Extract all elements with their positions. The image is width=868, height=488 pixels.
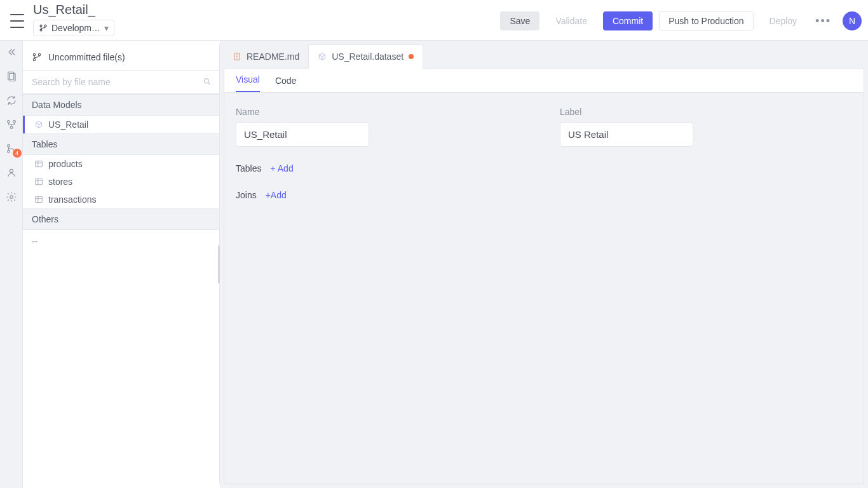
name-input[interactable] bbox=[236, 122, 369, 147]
section-others: Others bbox=[23, 208, 219, 230]
label-field-label: Label bbox=[560, 107, 693, 117]
search-icon bbox=[203, 77, 212, 88]
subtab-visual[interactable]: Visual bbox=[236, 68, 260, 92]
others-empty: -- bbox=[23, 230, 219, 253]
search-input[interactable] bbox=[23, 71, 219, 94]
table-item[interactable]: products bbox=[23, 155, 219, 173]
svg-point-9 bbox=[7, 151, 10, 153]
tab-readme[interactable]: README.md bbox=[224, 44, 308, 69]
svg-point-15 bbox=[204, 78, 208, 83]
table-item[interactable]: transactions bbox=[23, 191, 219, 208]
settings-icon[interactable] bbox=[5, 191, 18, 203]
tab-dataset[interactable]: US_Retail.dataset bbox=[308, 44, 423, 69]
project-title: Us_Retail_ bbox=[33, 3, 114, 17]
svg-point-0 bbox=[40, 25, 42, 27]
changes-icon[interactable]: 4 bbox=[5, 142, 18, 155]
menu-icon[interactable] bbox=[10, 14, 24, 28]
add-table-link[interactable]: + Add bbox=[270, 163, 293, 173]
git-icon[interactable] bbox=[5, 118, 18, 131]
file-panel-title: Uncommitted file(s) bbox=[48, 52, 125, 62]
user-icon[interactable] bbox=[5, 166, 18, 179]
label-input[interactable] bbox=[560, 122, 693, 147]
table-icon bbox=[34, 159, 43, 168]
changes-badge: 4 bbox=[13, 149, 22, 158]
section-data-models: Data Models bbox=[23, 94, 219, 116]
refresh-icon[interactable] bbox=[5, 94, 18, 107]
table-label: products bbox=[48, 159, 83, 169]
table-label: transactions bbox=[48, 194, 96, 205]
commit-button[interactable]: Commit bbox=[603, 11, 653, 30]
doc-icon bbox=[233, 52, 241, 61]
file-panel-header: Uncommitted file(s) bbox=[23, 44, 219, 71]
tables-heading: Tables bbox=[236, 163, 261, 173]
svg-point-5 bbox=[7, 121, 10, 123]
svg-point-6 bbox=[13, 121, 15, 123]
svg-point-8 bbox=[7, 145, 10, 147]
add-join-link[interactable]: +Add bbox=[266, 190, 287, 200]
tab-label: US_Retail.dataset bbox=[332, 51, 403, 62]
branch-selector[interactable]: Developm… ▾ bbox=[33, 20, 114, 36]
svg-point-7 bbox=[10, 126, 13, 129]
tab-strip-filler bbox=[423, 44, 864, 69]
svg-point-2 bbox=[44, 25, 46, 27]
svg-point-10 bbox=[10, 169, 13, 172]
more-menu-icon[interactable]: ••• bbox=[813, 15, 834, 28]
svg-point-13 bbox=[33, 58, 35, 60]
data-model-label: US_Retail bbox=[48, 119, 88, 130]
name-field-label: Name bbox=[236, 107, 369, 117]
svg-point-12 bbox=[33, 53, 35, 55]
table-label: stores bbox=[48, 177, 72, 187]
svg-rect-17 bbox=[36, 179, 43, 184]
joins-heading: Joins bbox=[236, 190, 257, 200]
branch-label: Developm… bbox=[51, 23, 100, 33]
push-to-production-button[interactable]: Push to Production bbox=[659, 11, 753, 30]
avatar[interactable]: N bbox=[843, 11, 862, 30]
data-model-item[interactable]: US_Retail bbox=[23, 116, 219, 133]
validate-button: Validate bbox=[546, 11, 597, 30]
svg-rect-18 bbox=[36, 196, 43, 202]
table-icon bbox=[34, 195, 43, 204]
subtab-code[interactable]: Code bbox=[275, 69, 296, 92]
collapse-panel-icon[interactable] bbox=[5, 46, 18, 58]
branch-icon bbox=[39, 24, 48, 32]
cube-icon bbox=[318, 52, 327, 61]
tab-label: README.md bbox=[247, 51, 299, 62]
svg-rect-16 bbox=[36, 161, 43, 166]
save-button[interactable]: Save bbox=[500, 11, 539, 30]
table-item[interactable]: stores bbox=[23, 173, 219, 191]
section-tables: Tables bbox=[23, 133, 219, 155]
cube-icon bbox=[34, 120, 43, 129]
table-icon bbox=[34, 177, 43, 186]
files-icon[interactable] bbox=[5, 70, 18, 83]
svg-point-14 bbox=[38, 53, 40, 55]
deploy-button: Deploy bbox=[760, 11, 807, 30]
svg-point-11 bbox=[10, 196, 13, 199]
svg-point-1 bbox=[40, 29, 42, 31]
modified-indicator bbox=[409, 54, 414, 59]
chevron-down-icon: ▾ bbox=[104, 23, 109, 33]
